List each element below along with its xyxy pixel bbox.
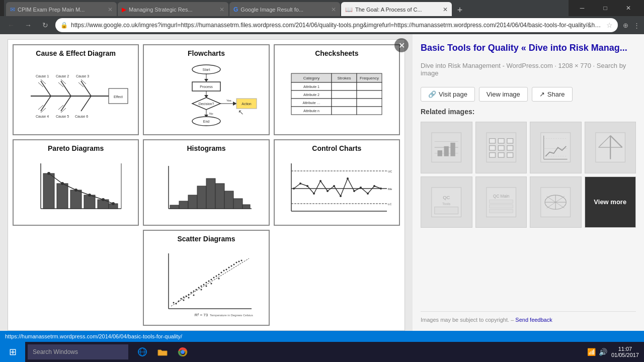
svg-rect-171 xyxy=(489,153,495,157)
taskbar-ie[interactable] xyxy=(133,343,151,361)
svg-rect-91 xyxy=(215,184,224,209)
svg-point-110 xyxy=(340,195,342,197)
start-button[interactable]: ⊞ xyxy=(0,342,25,362)
address-box[interactable]: 🔒 https://www.google.co.uk/imgres?imgurl… xyxy=(55,18,618,32)
tool-card-scatter: Scatter Diagrams xyxy=(143,230,269,326)
tab-2[interactable]: ▶ Managing Strategic Res... ✕ xyxy=(118,2,228,17)
status-bar: https://humanassetrm.wordpress.com/2014/… xyxy=(0,331,644,342)
tab-4-title: The Goal: A Process of C... xyxy=(355,7,439,13)
view-more-button[interactable]: View more xyxy=(585,176,636,228)
svg-point-113 xyxy=(360,187,362,189)
send-feedback-link[interactable]: Send feedback xyxy=(515,317,552,323)
window-controls: ─ □ ✕ xyxy=(571,0,640,16)
svg-rect-89 xyxy=(197,186,206,209)
svg-rect-167 xyxy=(507,139,513,143)
address-bar-row: ← → ↻ 🔒 https://www.google.co.uk/imgres?… xyxy=(0,16,644,34)
tab-3-close[interactable]: ✕ xyxy=(331,6,336,13)
svg-point-144 xyxy=(218,274,219,276)
svg-point-79 xyxy=(61,182,64,185)
svg-text:LCL: LCL xyxy=(388,203,392,206)
taskbar-search[interactable]: Search Windows xyxy=(28,344,128,359)
viewer-body: ✕ Cause & Effect Diagram xyxy=(0,34,644,331)
svg-text:Cause 6: Cause 6 xyxy=(75,115,88,118)
quality-tools-grid: Cause & Effect Diagram Effect xyxy=(8,39,405,331)
svg-line-4 xyxy=(41,81,51,96)
tab-2-close[interactable]: ✕ xyxy=(219,6,224,13)
search-placeholder: Search Windows xyxy=(33,348,78,355)
tab-1[interactable]: ✉ CPIM Exam Prep Main M... ✕ xyxy=(6,2,117,17)
back-button[interactable]: ← xyxy=(4,18,18,32)
related-thumb-3[interactable] xyxy=(530,122,582,173)
tab-4[interactable]: 📖 The Goal: A Process of C... ✕ xyxy=(341,2,452,17)
svg-rect-161 xyxy=(438,151,442,157)
svg-point-146 xyxy=(220,272,222,274)
related-thumb-5-img: QC Tools xyxy=(429,185,464,220)
svg-point-82 xyxy=(102,198,105,201)
svg-rect-163 xyxy=(450,143,455,156)
visit-page-button[interactable]: 🔗 Visit page xyxy=(421,87,475,102)
svg-rect-90 xyxy=(206,178,215,209)
svg-text:Effect: Effect xyxy=(114,95,123,99)
share-icon: ↗ xyxy=(539,90,545,98)
restore-button[interactable]: □ xyxy=(594,0,617,16)
share-button[interactable]: ↗ Share xyxy=(532,87,573,102)
minimize-button[interactable]: ─ xyxy=(571,0,594,16)
tab-3[interactable]: G Google Image Result fo... ✕ xyxy=(229,2,340,17)
svg-rect-165 xyxy=(489,139,495,143)
svg-text:UCL: UCL xyxy=(388,170,392,173)
svg-rect-172 xyxy=(498,153,504,157)
taskbar-right: 📶 🔊 11:07 01/05/2017 xyxy=(587,346,644,358)
network-icon: 📶 xyxy=(587,348,596,356)
related-thumb-1[interactable] xyxy=(421,122,472,173)
result-source: Dive into Risk Management - WordPress.co… xyxy=(421,62,636,77)
tab-1-title: CPIM Exam Prep Main M... xyxy=(18,7,104,13)
svg-rect-67 xyxy=(357,107,382,115)
svg-text:QC Main: QC Main xyxy=(493,194,510,199)
taskbar-chrome[interactable] xyxy=(174,343,192,361)
tool-card-flowchart: Flowcharts Start xyxy=(143,44,269,135)
forward-button[interactable]: → xyxy=(21,18,35,32)
related-thumb-6[interactable]: QC Main xyxy=(475,176,527,228)
menu-icon[interactable]: ⋮ xyxy=(633,22,640,29)
taskbar-file-explorer[interactable] xyxy=(153,343,172,361)
svg-text:Action: Action xyxy=(242,102,252,106)
related-thumb-1-img xyxy=(429,130,464,165)
related-thumb-4[interactable] xyxy=(585,122,636,173)
result-buttons: 🔗 Visit page View image ↗ Share xyxy=(421,87,636,102)
svg-text:↖: ↖ xyxy=(238,108,244,116)
svg-point-152 xyxy=(235,262,237,263)
tab-4-favicon: 📖 xyxy=(345,6,353,13)
svg-point-111 xyxy=(347,177,349,179)
flowchart-diagram: Start Process xyxy=(151,63,262,129)
pareto-title: Pareto Diagrams xyxy=(48,144,104,152)
svg-point-109 xyxy=(333,185,335,187)
tab-4-close[interactable]: ✕ xyxy=(443,6,448,13)
related-thumb-7[interactable] xyxy=(530,176,582,228)
svg-point-154 xyxy=(240,260,242,261)
reload-button[interactable]: ↻ xyxy=(38,18,52,32)
svg-point-105 xyxy=(306,185,308,187)
view-image-button[interactable]: View image xyxy=(479,87,528,102)
svg-line-5 xyxy=(61,81,71,96)
main-image-panel: ✕ Cause & Effect Diagram xyxy=(0,34,413,331)
right-panel: Basic Tools for Quality « Dive into Risk… xyxy=(413,34,644,331)
checksheet-content: Category Strokes Frequency Attribute 1 xyxy=(278,60,396,131)
related-images-title: Related images: xyxy=(421,108,636,116)
close-overlay-button[interactable]: ✕ xyxy=(394,38,409,52)
svg-point-129 xyxy=(190,292,192,294)
svg-point-136 xyxy=(203,284,204,286)
close-button[interactable]: ✕ xyxy=(617,0,640,16)
bookmark-icon[interactable]: ☆ xyxy=(606,21,613,29)
tool-card-checksheet: Checksheets Category Strokes xyxy=(274,44,400,135)
svg-rect-63 xyxy=(357,99,382,107)
extension-icon[interactable]: ⊕ xyxy=(623,22,628,29)
related-thumb-5[interactable]: QC Tools xyxy=(421,176,472,228)
pareto-diagram xyxy=(26,158,126,219)
svg-text:Start: Start xyxy=(203,68,210,71)
new-tab-button[interactable]: + xyxy=(453,3,467,17)
related-thumb-2[interactable] xyxy=(475,122,527,173)
svg-point-120 xyxy=(173,302,174,304)
svg-rect-190 xyxy=(435,207,458,214)
tab-1-close[interactable]: ✕ xyxy=(108,6,113,13)
result-title[interactable]: Basic Tools for Quality « Dive into Risk… xyxy=(421,42,636,54)
